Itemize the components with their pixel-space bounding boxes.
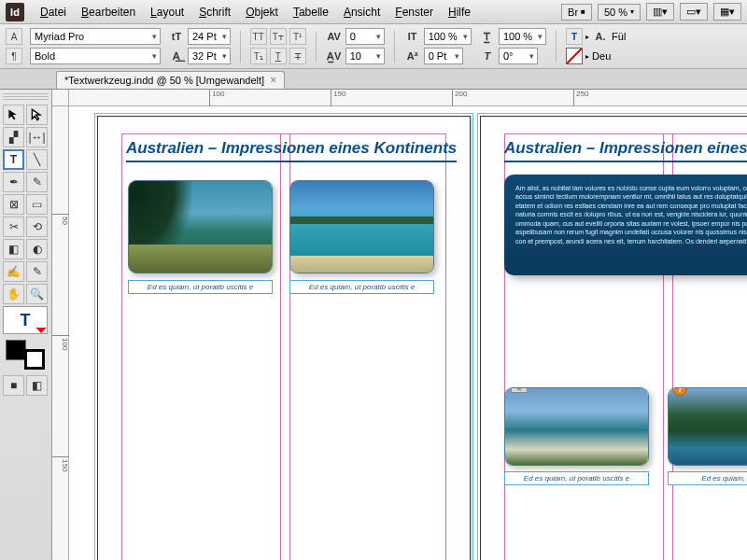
menu-tabelle[interactable]: Tabelle [287, 3, 335, 21]
bridge-button[interactable]: Br■ [561, 4, 592, 21]
arrange-button[interactable]: ▦▾ [713, 3, 741, 21]
zoom-combo[interactable]: 50 %▾ [598, 4, 641, 21]
menu-fenster[interactable]: Fenster [388, 3, 440, 21]
hscale-icon: T̲ [479, 31, 496, 43]
selection-tool[interactable] [3, 105, 24, 125]
zoom-tool[interactable]: 🔍 [26, 284, 48, 304]
tracking-combo[interactable]: 10 [345, 48, 385, 64]
menu-bar: Id Datei Bearbeiten Layout Schrift Objek… [0, 0, 747, 24]
vscale-icon: IT [404, 31, 421, 42]
kerning-combo[interactable]: 0 [345, 28, 385, 45]
baseline-icon: Aª [404, 50, 421, 62]
kerning-icon: A͏V [326, 31, 343, 42]
strikethrough-button[interactable]: T̶ [289, 48, 306, 64]
horizontal-ruler[interactable]: 100 150 200 250 [69, 90, 747, 106]
hand-tool[interactable]: ✋ [3, 284, 24, 304]
link-badge-icon: ⎘ [511, 387, 528, 393]
toolbox: ▞|↔| T╲ ✒✎ ⊠▭ ✂⟲ ◧◐ ✍✎ ✋🔍 T ■◧ [0, 90, 52, 560]
toolbox-grip[interactable] [3, 93, 49, 101]
page-tool[interactable]: ▞ [3, 127, 24, 147]
gradient-swatch-tool[interactable]: ◧ [3, 239, 24, 259]
allcaps-button[interactable]: TT [250, 28, 267, 45]
font-style-combo[interactable]: Bold [30, 48, 161, 64]
fill-stroke-proxy[interactable] [3, 340, 48, 370]
subscript-button[interactable]: T₁ [250, 48, 267, 64]
page-left[interactable]: Australien – Impressionen eines Kontinen… [97, 116, 471, 560]
tab-title: *Textwerkzeug.indd @ 50 % [Umgewandelt] [64, 75, 264, 86]
direct-selection-tool[interactable] [26, 105, 48, 125]
leading-icon: A͟ [168, 50, 185, 63]
char-stroke-swatch[interactable] [566, 48, 583, 64]
type-tool[interactable]: T [3, 149, 24, 170]
eyedropper-tool[interactable]: ✎ [26, 261, 48, 282]
lang-partial: Deu [592, 50, 611, 62]
font-family-combo[interactable]: Myriad Pro [30, 28, 161, 45]
fill-proxy[interactable] [6, 340, 26, 360]
rectangle-tool[interactable]: ▭ [26, 194, 48, 215]
vertical-ruler[interactable]: 50 100 150 200 [52, 106, 69, 560]
canvas[interactable]: 100 150 200 250 50 100 150 200 Australie… [52, 90, 747, 560]
pencil-tool[interactable]: ✎ [26, 172, 48, 192]
menu-datei[interactable]: Datei [34, 3, 73, 21]
app-icon: Id [6, 3, 24, 21]
superscript-button[interactable]: T¹ [289, 28, 306, 45]
caption-4[interactable]: Ed es quiam, ut poratib [668, 471, 747, 485]
menu-layout[interactable]: Layout [144, 3, 190, 21]
photo-coast-1[interactable]: ⎘ [504, 387, 649, 466]
tracking-icon: A̲V [326, 50, 343, 63]
menu-bearbeiten[interactable]: Bearbeiten [75, 3, 142, 21]
workspace: ▞|↔| T╲ ✒✎ ⊠▭ ✂⟲ ◧◐ ✍✎ ✋🔍 T ■◧ 100 150 2… [0, 90, 747, 560]
line-tool[interactable]: ╲ [26, 149, 48, 170]
document-tab[interactable]: *Textwerkzeug.indd @ 50 % [Umgewandelt] … [56, 71, 285, 89]
document-tab-bar: *Textwerkzeug.indd @ 50 % [Umgewandelt] … [0, 69, 747, 90]
apply-gradient-button[interactable]: ◧ [26, 375, 48, 396]
caption-2[interactable]: Ed es quiam, ut poratib uscitis e [289, 280, 434, 294]
skew-icon: T [479, 50, 496, 62]
menu-objekt[interactable]: Objekt [239, 3, 285, 21]
gap-tool[interactable]: |↔| [26, 127, 48, 147]
tab-close-icon[interactable]: × [270, 74, 276, 87]
skew-combo[interactable]: 0° [499, 48, 538, 64]
menu-ansicht[interactable]: Ansicht [337, 3, 387, 21]
photo-bay[interactable]: ⎘ [289, 180, 434, 273]
menu-schrift[interactable]: Schrift [192, 3, 237, 21]
rectangle-frame-tool[interactable]: ⊠ [3, 194, 24, 215]
leading-combo[interactable]: 32 Pt [188, 48, 231, 64]
paragraph-mode-button[interactable]: ¶ [6, 48, 22, 64]
photo-palm[interactable]: ⎘ [128, 180, 273, 273]
char-fill-swatch[interactable]: T [566, 28, 583, 45]
fill-label: A. [592, 31, 609, 42]
hscale-combo[interactable]: 100 % [499, 28, 546, 45]
scissors-tool[interactable]: ✂ [3, 217, 24, 237]
free-transform-tool[interactable]: ⟲ [26, 217, 48, 237]
gradient-feather-tool[interactable]: ◐ [26, 239, 48, 259]
caption-3[interactable]: Ed es quiam, ut poratib uscitis e [504, 471, 649, 485]
pen-tool[interactable]: ✒ [3, 172, 24, 192]
view-options-button[interactable]: ▥▾ [646, 3, 674, 21]
font-size-combo[interactable]: 24 Pt [188, 28, 231, 45]
character-mode-button[interactable]: A [6, 28, 22, 45]
fill-hint: Fül [612, 31, 626, 42]
control-bar: A ¶ Myriad Pro Bold tT24 Pt A͟32 Pt TT T… [0, 24, 747, 69]
headline-right[interactable]: Australien – Impressionen eines Konti [504, 139, 747, 162]
page-right[interactable]: Australien – Impressionen eines Konti Am… [480, 116, 747, 560]
menu-hilfe[interactable]: Hilfe [442, 3, 477, 21]
ruler-origin[interactable] [52, 90, 69, 106]
note-tool[interactable]: ✍ [3, 261, 24, 282]
vscale-combo[interactable]: 100 % [424, 28, 472, 45]
apply-color-button[interactable]: ■ [3, 375, 24, 396]
page-spread: Australien – Impressionen eines Kontinen… [69, 106, 747, 560]
baseline-combo[interactable]: 0 Pt [424, 48, 463, 64]
headline-left[interactable]: Australien – Impressionen eines Kontinen… [126, 139, 457, 162]
screen-mode-button[interactable]: ▭▾ [680, 3, 708, 21]
type-tool-large[interactable]: T [3, 306, 48, 334]
caption-1[interactable]: Ed es quiam, ut poratib uscitis e [128, 280, 273, 294]
photo-coast-2[interactable]: ? [668, 387, 747, 466]
body-text-block[interactable]: Am alist, as nobitat lam volores es nobi… [504, 175, 747, 275]
underline-button[interactable]: T [270, 48, 287, 64]
stroke-proxy[interactable] [24, 349, 45, 370]
smallcaps-button[interactable]: Tᴛ [270, 28, 287, 45]
font-size-icon: tT [168, 31, 185, 42]
